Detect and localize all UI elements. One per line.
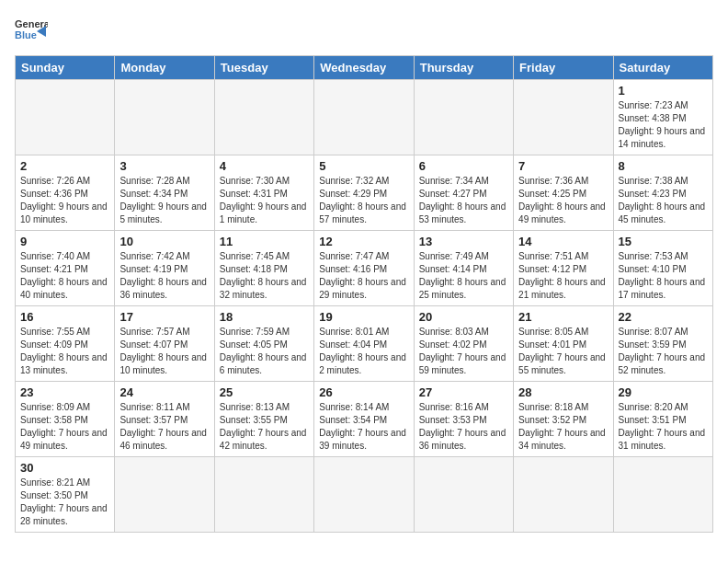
day-number: 12 <box>319 235 408 248</box>
calendar-header-monday: Monday <box>115 56 214 80</box>
calendar-cell <box>613 457 712 533</box>
calendar-week-row: 30Sunrise: 8:21 AM Sunset: 3:50 PM Dayli… <box>16 457 713 533</box>
day-number: 5 <box>319 159 408 173</box>
day-number: 6 <box>419 159 508 173</box>
calendar-header-friday: Friday <box>514 56 613 80</box>
day-number: 22 <box>619 310 708 324</box>
calendar-cell: 23Sunrise: 8:09 AM Sunset: 3:58 PM Dayli… <box>16 382 115 457</box>
day-number: 3 <box>119 159 209 173</box>
day-info: Sunrise: 7:26 AM Sunset: 4:36 PM Dayligh… <box>20 175 109 226</box>
day-number: 18 <box>220 310 309 324</box>
calendar-cell: 24Sunrise: 8:11 AM Sunset: 3:57 PM Dayli… <box>115 382 214 457</box>
day-info: Sunrise: 8:01 AM Sunset: 4:04 PM Dayligh… <box>319 326 408 377</box>
calendar-cell: 25Sunrise: 8:13 AM Sunset: 3:55 PM Dayli… <box>214 382 313 457</box>
day-info: Sunrise: 8:21 AM Sunset: 3:50 PM Dayligh… <box>20 477 109 528</box>
calendar-cell: 28Sunrise: 8:18 AM Sunset: 3:52 PM Dayli… <box>514 382 613 457</box>
day-info: Sunrise: 7:40 AM Sunset: 4:21 PM Dayligh… <box>20 250 109 302</box>
calendar-cell: 21Sunrise: 8:05 AM Sunset: 4:01 PM Dayli… <box>514 306 613 382</box>
day-info: Sunrise: 8:11 AM Sunset: 3:57 PM Dayligh… <box>119 401 209 453</box>
day-info: Sunrise: 7:57 AM Sunset: 4:07 PM Dayligh… <box>119 326 209 377</box>
calendar-cell: 3Sunrise: 7:28 AM Sunset: 4:34 PM Daylig… <box>115 155 214 231</box>
calendar-week-row: 16Sunrise: 7:55 AM Sunset: 4:09 PM Dayli… <box>16 306 713 382</box>
day-number: 10 <box>119 235 209 248</box>
calendar-cell <box>314 80 414 155</box>
calendar-header-tuesday: Tuesday <box>214 56 313 80</box>
calendar-cell <box>115 80 214 155</box>
calendar-header-sunday: Sunday <box>16 56 115 80</box>
day-number: 4 <box>220 159 309 173</box>
day-number: 11 <box>220 235 309 248</box>
calendar-cell: 30Sunrise: 8:21 AM Sunset: 3:50 PM Dayli… <box>16 457 115 533</box>
day-info: Sunrise: 7:51 AM Sunset: 4:12 PM Dayligh… <box>518 250 608 302</box>
calendar-cell: 9Sunrise: 7:40 AM Sunset: 4:21 PM Daylig… <box>16 231 115 306</box>
day-number: 26 <box>319 385 408 399</box>
day-number: 24 <box>119 385 209 399</box>
day-number: 16 <box>20 310 109 324</box>
day-info: Sunrise: 7:23 AM Sunset: 4:38 PM Dayligh… <box>619 99 708 151</box>
calendar-cell: 13Sunrise: 7:49 AM Sunset: 4:14 PM Dayli… <box>414 231 513 306</box>
day-info: Sunrise: 7:38 AM Sunset: 4:23 PM Dayligh… <box>619 175 708 226</box>
calendar-cell: 20Sunrise: 8:03 AM Sunset: 4:02 PM Dayli… <box>414 306 513 382</box>
day-info: Sunrise: 7:59 AM Sunset: 4:05 PM Dayligh… <box>220 326 309 377</box>
day-number: 27 <box>419 385 508 399</box>
day-number: 15 <box>619 235 708 248</box>
calendar-cell: 4Sunrise: 7:30 AM Sunset: 4:31 PM Daylig… <box>214 155 313 231</box>
day-number: 1 <box>619 84 708 98</box>
day-number: 29 <box>619 385 708 399</box>
calendar-cell: 19Sunrise: 8:01 AM Sunset: 4:04 PM Dayli… <box>314 306 414 382</box>
day-number: 21 <box>518 310 608 324</box>
day-info: Sunrise: 8:07 AM Sunset: 3:59 PM Dayligh… <box>619 326 708 377</box>
calendar-header-row: SundayMondayTuesdayWednesdayThursdayFrid… <box>16 56 713 80</box>
day-info: Sunrise: 8:14 AM Sunset: 3:54 PM Dayligh… <box>319 401 408 453</box>
calendar-cell: 8Sunrise: 7:38 AM Sunset: 4:23 PM Daylig… <box>613 155 712 231</box>
calendar-table: SundayMondayTuesdayWednesdayThursdayFrid… <box>15 55 713 533</box>
day-number: 19 <box>319 310 408 324</box>
day-info: Sunrise: 8:09 AM Sunset: 3:58 PM Dayligh… <box>20 401 109 453</box>
logo-icon: General Blue <box>15 15 48 48</box>
calendar-cell: 26Sunrise: 8:14 AM Sunset: 3:54 PM Dayli… <box>314 382 414 457</box>
day-info: Sunrise: 8:18 AM Sunset: 3:52 PM Dayligh… <box>518 401 608 453</box>
calendar-week-row: 2Sunrise: 7:26 AM Sunset: 4:36 PM Daylig… <box>16 155 713 231</box>
day-info: Sunrise: 7:45 AM Sunset: 4:18 PM Dayligh… <box>220 250 309 302</box>
calendar-cell <box>414 80 513 155</box>
day-number: 7 <box>518 159 608 173</box>
day-info: Sunrise: 7:55 AM Sunset: 4:09 PM Dayligh… <box>20 326 109 377</box>
calendar-cell: 22Sunrise: 8:07 AM Sunset: 3:59 PM Dayli… <box>613 306 712 382</box>
calendar-cell: 14Sunrise: 7:51 AM Sunset: 4:12 PM Dayli… <box>514 231 613 306</box>
day-number: 28 <box>518 385 608 399</box>
svg-text:Blue: Blue <box>15 29 37 40</box>
day-info: Sunrise: 7:30 AM Sunset: 4:31 PM Dayligh… <box>220 175 309 226</box>
calendar-cell: 16Sunrise: 7:55 AM Sunset: 4:09 PM Dayli… <box>16 306 115 382</box>
calendar-cell <box>16 80 115 155</box>
day-info: Sunrise: 7:34 AM Sunset: 4:27 PM Dayligh… <box>419 175 508 226</box>
day-number: 13 <box>419 235 508 248</box>
calendar-header-thursday: Thursday <box>414 56 513 80</box>
calendar-cell: 18Sunrise: 7:59 AM Sunset: 4:05 PM Dayli… <box>214 306 313 382</box>
day-info: Sunrise: 7:32 AM Sunset: 4:29 PM Dayligh… <box>319 175 408 226</box>
calendar-cell <box>514 80 613 155</box>
calendar-cell: 29Sunrise: 8:20 AM Sunset: 3:51 PM Dayli… <box>613 382 712 457</box>
day-info: Sunrise: 8:16 AM Sunset: 3:53 PM Dayligh… <box>419 401 508 453</box>
day-info: Sunrise: 8:20 AM Sunset: 3:51 PM Dayligh… <box>619 401 708 453</box>
day-info: Sunrise: 7:49 AM Sunset: 4:14 PM Dayligh… <box>419 250 508 302</box>
calendar-cell <box>414 457 513 533</box>
calendar-cell <box>115 457 214 533</box>
day-number: 2 <box>20 159 109 173</box>
day-info: Sunrise: 8:13 AM Sunset: 3:55 PM Dayligh… <box>220 401 309 453</box>
calendar-week-row: 1Sunrise: 7:23 AM Sunset: 4:38 PM Daylig… <box>16 80 713 155</box>
day-info: Sunrise: 7:28 AM Sunset: 4:34 PM Dayligh… <box>119 175 209 226</box>
calendar-cell <box>214 457 313 533</box>
calendar-cell: 1Sunrise: 7:23 AM Sunset: 4:38 PM Daylig… <box>613 80 712 155</box>
calendar-week-row: 23Sunrise: 8:09 AM Sunset: 3:58 PM Dayli… <box>16 382 713 457</box>
day-number: 17 <box>119 310 209 324</box>
calendar-cell <box>214 80 313 155</box>
calendar-week-row: 9Sunrise: 7:40 AM Sunset: 4:21 PM Daylig… <box>16 231 713 306</box>
day-info: Sunrise: 7:53 AM Sunset: 4:10 PM Dayligh… <box>619 250 708 302</box>
calendar-cell: 5Sunrise: 7:32 AM Sunset: 4:29 PM Daylig… <box>314 155 414 231</box>
day-info: Sunrise: 8:03 AM Sunset: 4:02 PM Dayligh… <box>419 326 508 377</box>
day-number: 30 <box>20 461 109 475</box>
day-number: 25 <box>220 385 309 399</box>
calendar-cell: 15Sunrise: 7:53 AM Sunset: 4:10 PM Dayli… <box>613 231 712 306</box>
calendar-cell <box>514 457 613 533</box>
calendar-cell: 17Sunrise: 7:57 AM Sunset: 4:07 PM Dayli… <box>115 306 214 382</box>
